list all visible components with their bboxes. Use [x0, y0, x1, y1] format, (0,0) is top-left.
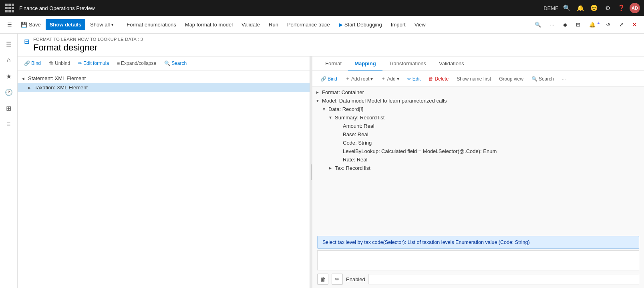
view-button[interactable]: View [411, 19, 430, 30]
tree-expand-icon-statement: ◄ [21, 76, 27, 81]
unbind-button[interactable]: 🗑 Unbind [46, 59, 73, 68]
model-item-summary[interactable]: ▼ Summary: Record list [312, 113, 644, 122]
main-layout: ☰ ⌂ ★ 🕐 ⊞ ≡ ⊟ FORMAT TO LEARN HOW TO LOO… [0, 34, 644, 288]
enabled-edit-button[interactable]: ✏ [332, 274, 343, 285]
content-area: ⊟ FORMAT TO LEARN HOW TO LOOKUP LE DATA … [18, 34, 644, 288]
bell-icon[interactable]: 🔔 [575, 3, 586, 13]
save-icon: 💾 [21, 22, 27, 28]
model-item-tax[interactable]: ► Tax: Record list [312, 164, 644, 172]
debug-icon: ▶ [339, 22, 343, 28]
model-item-levelbylookup[interactable]: LevelByLookup: Calculated field = Model.… [312, 147, 644, 155]
formula-edit-area[interactable] [317, 250, 639, 270]
left-pane: 🔗 Bind 🗑 Unbind ✏ Edit formula ≡ Expand/… [18, 56, 310, 288]
menu-toggle-button[interactable]: ☰ [3, 19, 16, 30]
show-details-button[interactable]: Show details [46, 19, 85, 30]
bind-button[interactable]: 🔗 Bind [21, 59, 44, 68]
edit-button[interactable]: ✏ Edit [404, 75, 424, 83]
filter-icon[interactable]: ⊟ [24, 38, 29, 45]
performance-trace-button[interactable]: Performance trace [283, 19, 334, 30]
tree-expand-icon-taxation: ► [27, 85, 34, 90]
help-icon[interactable]: ❓ [616, 3, 626, 13]
edit-formula-button[interactable]: ✏ Edit formula [75, 59, 112, 68]
tab-format[interactable]: Format [319, 56, 348, 71]
expand-icon-tax: ► [328, 166, 335, 170]
refresh-button[interactable]: ↺ [602, 19, 614, 30]
group-view-button[interactable]: Group view [496, 75, 527, 83]
expand-icon-format: ► [316, 90, 322, 95]
show-name-first-button[interactable]: Show name first [453, 75, 494, 83]
more-options-button[interactable]: ··· [546, 19, 558, 30]
search-icon[interactable]: 🔍 [561, 3, 572, 13]
rail-list-icon[interactable]: ≡ [2, 117, 16, 131]
model-item-base[interactable]: Base: Real [312, 130, 644, 139]
bind-icon: 🔗 [24, 60, 30, 66]
import-button[interactable]: Import [387, 19, 410, 30]
enabled-value-box[interactable] [368, 274, 639, 284]
tree-item-statement[interactable]: ◄ Statement: XML Element [18, 74, 310, 83]
save-button[interactable]: 💾 Save [17, 19, 45, 30]
enabled-edit-icon: ✏ [335, 276, 340, 282]
right-pane-toolbar: 🔗 Bind ＋ Add root ▾ ＋ Add ▾ ✏ [312, 71, 644, 87]
rail-workspaces-icon[interactable]: ⊞ [2, 101, 16, 115]
model-item-data-record[interactable]: ▼ Data: Record[!] [312, 105, 644, 113]
diamond-icon-button[interactable]: ◆ [559, 19, 571, 30]
add-root-button[interactable]: ＋ Add root ▾ [342, 74, 376, 84]
delete-button[interactable]: 🗑 Delete [425, 75, 452, 83]
rail-favorites-icon[interactable]: ★ [2, 69, 16, 83]
model-item-code[interactable]: Code: String [312, 139, 644, 147]
app-grid-icon [5, 4, 14, 12]
page-header: ⊟ FORMAT TO LEARN HOW TO LOOKUP LE DATA … [18, 34, 644, 56]
expand-window-button[interactable]: ⤢ [615, 19, 628, 30]
gear-icon[interactable]: ⚙ [602, 3, 613, 13]
format-enumerations-button[interactable]: Format enumerations [123, 19, 180, 30]
rail-menu-icon[interactable]: ☰ [2, 37, 16, 51]
show-all-button[interactable]: Show all ▾ [86, 19, 117, 30]
model-item-rate[interactable]: Rate: Real [312, 155, 644, 164]
right-bind-button[interactable]: 🔗 Bind [317, 75, 340, 83]
expand-collapse-icon: ≡ [117, 60, 120, 66]
model-item-format-container[interactable]: ► Format: Container [312, 88, 644, 97]
separator-1 [120, 20, 120, 30]
tab-validations[interactable]: Validations [433, 56, 471, 71]
enabled-delete-button[interactable]: 🗑 [317, 274, 328, 285]
rail-home-icon[interactable]: ⌂ [2, 53, 16, 67]
model-item-data-model[interactable]: ▼ Model: Data model Model to learn param… [312, 97, 644, 105]
close-button[interactable]: ✕ [628, 19, 641, 30]
model-item-amount[interactable]: Amount: Real [312, 122, 644, 130]
avatar[interactable]: AD [630, 3, 640, 13]
start-debugging-button[interactable]: ▶ Start Debugging [335, 19, 386, 30]
add-button[interactable]: ＋ Add ▾ [378, 74, 402, 84]
more-button[interactable]: ··· [559, 75, 569, 83]
notification-badge-button[interactable]: 🔔4 [585, 19, 601, 30]
selected-formula-box[interactable]: Select tax level by tax code(Selector): … [317, 236, 639, 249]
right-bind-icon: 🔗 [320, 76, 326, 82]
expand-icon-data: ▼ [322, 107, 328, 111]
environment-label: DEMF [543, 5, 558, 11]
tab-transformations[interactable]: Transformations [382, 56, 433, 71]
smiley-icon[interactable]: 😊 [589, 3, 599, 13]
right-search-button[interactable]: 🔍 Search [528, 75, 557, 83]
map-format-to-model-button[interactable]: Map format to model [181, 19, 237, 30]
left-search-button[interactable]: 🔍 Search [161, 59, 190, 68]
edit-icon: ✏ [407, 76, 411, 82]
add-chevron: ▾ [397, 76, 399, 82]
edit-formula-icon: ✏ [78, 60, 82, 66]
run-button[interactable]: Run [265, 19, 282, 30]
add-root-plus-icon: ＋ [345, 75, 350, 82]
delete-icon: 🗑 [429, 76, 433, 82]
tab-mapping[interactable]: Mapping [348, 56, 382, 71]
split-pane: 🔗 Bind 🗑 Unbind ✏ Edit formula ≡ Expand/… [18, 56, 644, 288]
left-pane-toolbar: 🔗 Bind 🗑 Unbind ✏ Edit formula ≡ Expand/… [18, 56, 310, 70]
validate-button[interactable]: Validate [237, 19, 264, 30]
app-grid-button[interactable] [4, 2, 15, 14]
split-view-button[interactable]: ⊟ [572, 19, 584, 30]
show-all-chevron: ▾ [111, 22, 113, 27]
expand-collapse-button[interactable]: ≡ Expand/collapse [114, 59, 159, 68]
tree-item-taxation[interactable]: ► Taxation: XML Element [18, 83, 310, 92]
search-cmd-button[interactable]: 🔍 [531, 19, 545, 30]
add-icon: ＋ [381, 75, 386, 82]
title-bar-right: DEMF 🔍 🔔 😊 ⚙ ❓ AD [543, 3, 640, 13]
left-rail: ☰ ⌂ ★ 🕐 ⊞ ≡ [0, 34, 18, 288]
add-root-chevron: ▾ [370, 76, 373, 82]
rail-recent-icon[interactable]: 🕐 [2, 85, 16, 99]
